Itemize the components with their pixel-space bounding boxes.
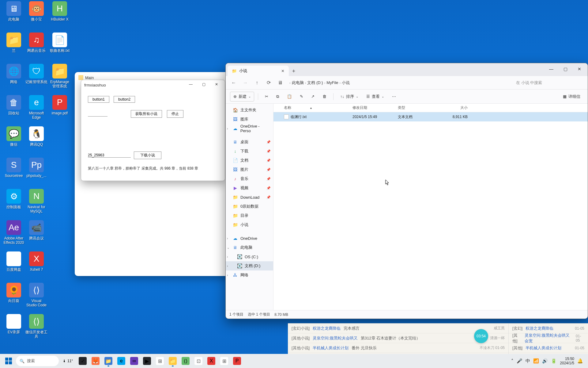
explorer-file-list[interactable]: 名称▲ 修改日期 类型 大小 临渊行.txt 2024/1/5 15:49 文本… bbox=[273, 104, 588, 310]
sidebar-item[interactable]: ›☁OneDrive - Perso bbox=[226, 124, 273, 133]
sort-button[interactable]: ↑↓ 排序 ⌄ bbox=[337, 92, 361, 101]
weather-widget[interactable]: 🌡 11° bbox=[60, 355, 75, 367]
desktop-icon[interactable]: 📄歌曲名称.txt bbox=[48, 33, 71, 61]
copy-button[interactable]: ⧉ bbox=[273, 92, 282, 101]
novel-title[interactable]: 半机械人类成长计划 bbox=[313, 345, 349, 351]
sidebar-item[interactable]: ♪音乐📌 bbox=[226, 174, 273, 183]
taskbar-app[interactable]: 🦊 bbox=[89, 355, 102, 367]
explorer-tab[interactable]: 📁 小说 ✕ bbox=[228, 66, 289, 76]
cut-button[interactable]: ✂ bbox=[262, 92, 271, 101]
new-button[interactable]: ⊕ 新建 ⌄ bbox=[230, 92, 254, 102]
maximize-button[interactable]: ▢ bbox=[558, 63, 572, 75]
button1[interactable]: button1 bbox=[88, 96, 109, 103]
novel-row[interactable]: [玄幻]权游之龙裔降临01-05 bbox=[509, 324, 588, 333]
desktop-icon[interactable]: XXshell 7 bbox=[25, 251, 48, 280]
taskbar-app[interactable]: ▶ bbox=[141, 355, 153, 367]
taskbar-app[interactable]: ⊡ bbox=[192, 355, 205, 367]
explorer-search-input[interactable]: 在 小说 中搜索 bbox=[513, 78, 585, 87]
sidebar-item[interactable]: 📁DownLoad📌 bbox=[226, 193, 273, 202]
close-tab-button[interactable]: ✕ bbox=[281, 69, 285, 73]
sidebar-item[interactable]: 🖼图片📌 bbox=[226, 165, 273, 174]
taskbar-app[interactable]: P bbox=[231, 355, 243, 367]
desktop-icon[interactable]: 🖥此电脑 bbox=[2, 1, 25, 29]
desktop-icon[interactable]: SSourcetree bbox=[2, 158, 25, 186]
notifications-icon[interactable]: 🔔 bbox=[577, 358, 583, 364]
text-input-blank[interactable] bbox=[88, 112, 107, 117]
sidebar-item[interactable]: 🖼图库 bbox=[226, 115, 273, 124]
ime-icon[interactable]: 中 bbox=[526, 358, 530, 364]
crumb[interactable]: 此电脑 bbox=[292, 80, 304, 86]
pc-icon[interactable]: 🖥 bbox=[275, 78, 285, 88]
desktop-icon[interactable]: EVEV录屏 bbox=[2, 314, 25, 342]
delete-button[interactable]: 🗑 bbox=[319, 92, 330, 101]
sidebar-item[interactable]: ⌄🖥此电脑 bbox=[226, 243, 273, 252]
view-button[interactable]: ☰ 查看 ⌄ bbox=[363, 92, 387, 101]
button2[interactable]: button2 bbox=[114, 96, 135, 103]
volume-icon[interactable]: 🔊 bbox=[542, 358, 548, 364]
col-name[interactable]: 名称▲ bbox=[273, 105, 349, 110]
details-pane-button[interactable]: ▦ 详细信 bbox=[560, 92, 583, 101]
sidebar-item[interactable]: ›💽OS (C:) bbox=[226, 252, 273, 261]
sidebar-item[interactable]: ›🖧网络 bbox=[226, 270, 273, 280]
col-size[interactable]: 大小 bbox=[434, 105, 471, 110]
close-button[interactable]: ✕ bbox=[572, 63, 586, 75]
start-button[interactable] bbox=[2, 355, 15, 367]
desktop-icon[interactable]: 🐵微小宝 bbox=[25, 1, 48, 29]
novel-title[interactable]: 灵泉空间:腹黑蛇夫会哄又 bbox=[313, 335, 358, 341]
desktop-icon[interactable]: 💬微信 bbox=[2, 126, 25, 155]
sidebar-item[interactable]: 🏠主文件夹 bbox=[226, 105, 273, 115]
maximize-button[interactable]: ▢ bbox=[197, 80, 210, 89]
desktop-icon[interactable]: AeAdobe AfterEffects 2020 bbox=[2, 220, 25, 248]
up-button[interactable]: ↑ bbox=[252, 78, 262, 88]
file-row[interactable]: 临渊行.txt 2024/1/5 15:49 文本文档 8,911 KB bbox=[273, 112, 588, 121]
mic-icon[interactable]: 🎤 bbox=[517, 358, 522, 364]
minimize-button[interactable]: — bbox=[184, 80, 197, 89]
sidebar-item[interactable]: ›💽文档 (D:) bbox=[226, 261, 273, 270]
desktop-icon[interactable]: ⚙控制面板 bbox=[2, 189, 25, 217]
taskbar-app[interactable]: 📁 bbox=[167, 355, 179, 367]
taskbar-app[interactable]: ∞ bbox=[128, 355, 140, 367]
novel-title[interactable]: 权游之龙裔降临 bbox=[313, 326, 341, 331]
desktop-icon[interactable]: NNavicat forMySQL bbox=[25, 189, 48, 217]
novel-title[interactable]: 权游之龙裔降临 bbox=[526, 326, 553, 331]
close-button[interactable]: ✕ bbox=[210, 80, 223, 89]
desktop-icon[interactable]: 🌐网络 bbox=[2, 64, 25, 92]
sidebar-item[interactable]: 📁目录 bbox=[226, 211, 273, 220]
share-button[interactable]: ↗ bbox=[308, 92, 318, 101]
novel-id-input[interactable] bbox=[88, 153, 131, 158]
sidebar-item[interactable]: 📄文档📌 bbox=[226, 156, 273, 165]
sidebar-item[interactable]: ▶视频📌 bbox=[226, 183, 273, 193]
desktop-icon[interactable]: 🐧腾讯QQ bbox=[25, 126, 48, 155]
taskbar-app[interactable]: ✓ bbox=[77, 355, 89, 367]
novel-row[interactable]: [其他]半机械人类成长计划01-05 bbox=[509, 343, 588, 353]
desktop-icon[interactable]: ♫网易云音乐 bbox=[25, 33, 48, 61]
desktop-icon[interactable]: eMicrosoftEdge bbox=[25, 95, 48, 123]
battery-icon[interactable]: 🔋 bbox=[551, 358, 557, 364]
desktop-icon[interactable]: Ppphpstudy_... bbox=[25, 158, 48, 186]
taskbar-app[interactable]: ⊞ bbox=[154, 355, 166, 367]
novel-row[interactable]: [其他]灵泉空间:腹黑蛇夫会哄又会宠01-05 bbox=[509, 333, 588, 343]
desktop-icon[interactable]: 📁兰 bbox=[2, 33, 25, 61]
refresh-button[interactable]: ⟳ bbox=[264, 78, 273, 88]
clock[interactable]: 15:50 2024/1/5 bbox=[560, 357, 574, 365]
new-tab-button[interactable]: + bbox=[289, 66, 299, 76]
sidebar-item[interactable]: 📁0原始数据 bbox=[226, 202, 273, 211]
back-button[interactable]: ← bbox=[229, 78, 239, 88]
taskbar-app[interactable]: ⊞ bbox=[218, 355, 230, 367]
desktop-icon[interactable]: ⟨⟩VisualStudio Code bbox=[25, 283, 48, 311]
desktop-icon[interactable]: HHBuilder X bbox=[48, 1, 71, 29]
breadcrumb[interactable]: ›此电脑›文档 (D:)›MyFile›小说 bbox=[287, 80, 511, 86]
column-headers[interactable]: 名称▲ 修改日期 类型 大小 bbox=[273, 104, 588, 112]
taskbar-search[interactable]: 🔍 搜索 bbox=[16, 356, 59, 366]
col-type[interactable]: 类型 bbox=[395, 105, 434, 110]
desktop-icon[interactable]: 📹腾讯会议 bbox=[25, 220, 48, 248]
timer-badge[interactable]: 03:54 bbox=[474, 329, 488, 343]
desktop-icon[interactable]: 🛡记账管理系统 bbox=[25, 64, 48, 92]
sidebar-item[interactable]: ↓下载📌 bbox=[226, 147, 273, 156]
minimize-button[interactable]: — bbox=[544, 63, 558, 75]
desktop-icon[interactable]: ☁百度网盘 bbox=[2, 251, 25, 280]
desktop-icon[interactable]: ⟨⟩微信开发者工具 bbox=[25, 314, 48, 342]
desktop-icon[interactable]: 🌻向日葵 bbox=[2, 283, 25, 311]
get-all-novels-button[interactable]: 获取所有小说 bbox=[131, 110, 162, 118]
download-novel-button[interactable]: 下载小说 bbox=[134, 151, 161, 159]
